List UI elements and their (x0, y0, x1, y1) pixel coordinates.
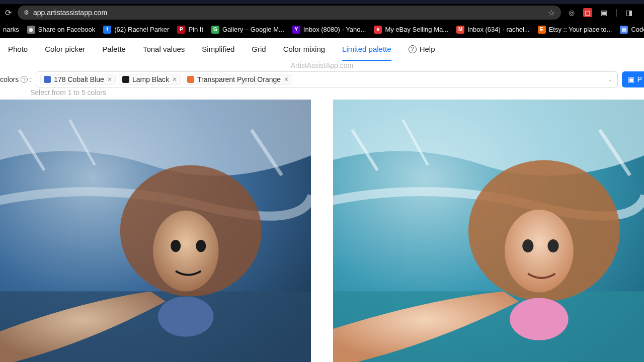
tab-color-picker[interactable]: Color picker (45, 38, 85, 61)
bookmark-label: My eBay Selling Ma... (385, 26, 448, 33)
reload-icon[interactable]: ⟳ (5, 8, 12, 18)
colors-helper-text: Select from 1 to 5 colors (0, 88, 644, 100)
tab-tonal-values[interactable]: Tonal values (143, 38, 185, 61)
svg-point-5 (196, 240, 206, 252)
colors-label: colors ? : (0, 75, 32, 83)
bookmark-item[interactable]: e My eBay Selling Ma... (374, 26, 448, 34)
site-info-icon[interactable]: ⚙ (24, 9, 29, 16)
bookmark-label: Codes 2015 - Googl... (631, 26, 644, 33)
app-tabs: Photo Color picker Palette Tonal values … (0, 38, 644, 61)
chevron-down-icon[interactable]: ⌄ (607, 76, 612, 83)
extension-icon[interactable]: ◻ (583, 8, 592, 17)
tab-photo[interactable]: Photo (8, 38, 28, 61)
bookmark-label: Gallery – Google M... (222, 26, 284, 33)
remove-chip-icon[interactable]: ✕ (107, 76, 112, 83)
bookmark-item[interactable]: G Gallery – Google M... (211, 26, 284, 34)
colors-row: colors ? : 178 Cobalt Blue ✕ Lamp Black … (0, 70, 644, 88)
bookmark-item[interactable]: ◉ Share on Facebook (27, 26, 95, 34)
bookmark-item[interactable]: Y Inbox (8080) - Yaho... (292, 26, 366, 34)
remove-chip-icon[interactable]: ✕ (172, 76, 177, 83)
remove-chip-icon[interactable]: ✕ (284, 76, 289, 83)
gmail-icon: M (456, 26, 464, 34)
svg-point-6 (158, 297, 213, 337)
image-panels (0, 100, 644, 362)
svg-point-4 (171, 240, 181, 252)
swatch-icon (187, 76, 194, 83)
tab-limited-palette[interactable]: Limited palette (342, 38, 391, 61)
yahoo-icon: Y (292, 26, 300, 34)
chip-label: 178 Cobalt Blue (54, 75, 104, 83)
watermark: ArtistAssistApp.com (0, 61, 644, 70)
colors-label-text: colors (0, 75, 19, 83)
bookmark-item[interactable]: narks (3, 26, 19, 33)
bookmark-label: Share on Facebook (38, 26, 95, 33)
bookmark-star-icon[interactable]: ☆ (548, 8, 555, 18)
chip-label: Transparent Pyrrol Orange (197, 75, 281, 83)
preview-image-right (333, 100, 644, 362)
tab-color-mixing[interactable]: Color mixing (283, 38, 325, 61)
sidepanel-icon[interactable]: ◨ (624, 8, 633, 17)
extension-icon[interactable]: ◎ (567, 8, 576, 17)
tab-grid[interactable]: Grid (252, 38, 266, 61)
tab-palette[interactable]: Palette (102, 38, 126, 61)
ebay-icon: e (374, 26, 382, 34)
bookmark-label: Pin It (188, 26, 203, 33)
browser-tab-strip (0, 0, 644, 4)
bookmark-label: Inbox (634) - rachel... (467, 26, 530, 33)
address-bar-row: ⟳ ⚙ app.artistassistapp.com ☆ ◎ ◻ ▣ | ◨ (0, 4, 644, 21)
svg-point-10 (505, 210, 574, 293)
svg-point-13 (510, 298, 568, 340)
svg-point-11 (522, 239, 533, 252)
color-chip-pyrrol-orange[interactable]: Transparent Pyrrol Orange ✕ (184, 74, 292, 85)
bookmark-label: narks (3, 26, 19, 33)
panel-original-photo[interactable] (333, 100, 644, 362)
bookmarks-bar: narks ◉ Share on Facebook f (62) Rachel … (0, 21, 644, 38)
svg-point-3 (153, 211, 219, 292)
svg-point-12 (547, 239, 558, 252)
bookmark-item[interactable]: f (62) Rachel Parker (103, 26, 169, 34)
color-chip-lamp-black[interactable]: Lamp Black ✕ (119, 74, 181, 85)
address-bar[interactable]: ⚙ app.artistassistapp.com ☆ (18, 6, 561, 20)
primary-button-label: P (637, 75, 642, 83)
extensions-menu-icon[interactable]: ▣ (599, 8, 608, 17)
color-chip-cobalt-blue[interactable]: 178 Cobalt Blue ✕ (40, 74, 116, 85)
bookmark-item[interactable]: M Inbox (634) - rachel... (456, 26, 530, 34)
color-select[interactable]: 178 Cobalt Blue ✕ Lamp Black ✕ Transpare… (36, 71, 617, 87)
etsy-icon: E (538, 26, 546, 34)
primary-action-button[interactable]: ▣ P (622, 71, 644, 87)
bookmark-item[interactable]: P Pin It (177, 26, 203, 34)
tab-simplified[interactable]: Simplified (202, 38, 234, 61)
url-text: app.artistassistapp.com (33, 9, 544, 17)
separator: | (615, 8, 617, 17)
pinterest-icon: P (177, 26, 185, 34)
gdocs-icon: ▤ (620, 26, 628, 34)
panel-limited-palette-preview[interactable] (0, 100, 311, 362)
help-label: Help (420, 45, 435, 53)
google-icon: G (211, 26, 219, 34)
info-icon[interactable]: ? (21, 76, 28, 83)
bookmark-label: (62) Rachel Parker (114, 26, 169, 33)
swatch-icon (44, 76, 51, 83)
colon: : (30, 75, 32, 83)
help-icon: ? (409, 45, 417, 53)
bookmark-item[interactable]: E Etsy :: Your place to... (538, 26, 612, 34)
bookmark-label: Inbox (8080) - Yaho... (303, 26, 366, 33)
image-icon: ▣ (628, 75, 634, 83)
preview-image-left (0, 100, 311, 362)
bookmark-label: Etsy :: Your place to... (549, 26, 612, 33)
swatch-icon (122, 76, 129, 83)
bookmark-item[interactable]: ▤ Codes 2015 - Googl... (620, 26, 644, 34)
facebook-icon: f (103, 26, 111, 34)
extension-icons: ◎ ◻ ▣ | ◨ (567, 8, 633, 17)
globe-icon: ◉ (27, 26, 35, 34)
tab-help[interactable]: ? Help (409, 38, 435, 61)
chip-label: Lamp Black (132, 75, 169, 83)
